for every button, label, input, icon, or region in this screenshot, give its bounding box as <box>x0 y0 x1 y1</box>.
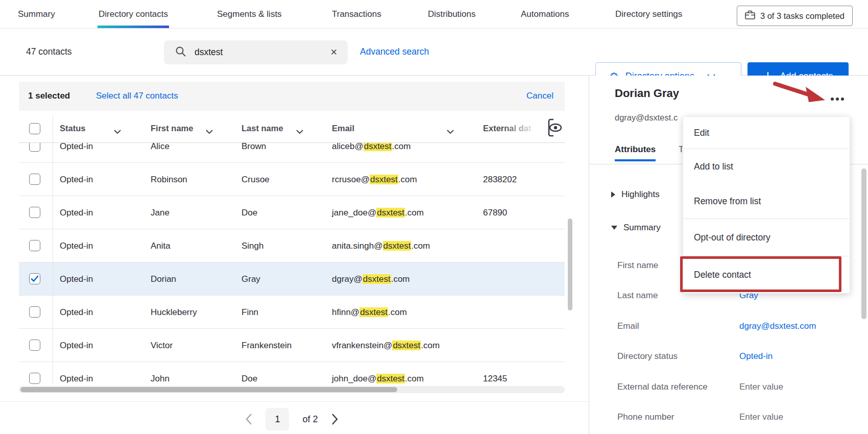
cell-email: dgray@dsxtest.com <box>332 262 410 296</box>
cell-first-name: Anita <box>151 229 171 262</box>
page-number-input[interactable]: 1 <box>266 408 289 430</box>
checkbox-column-divider <box>53 115 53 384</box>
column-header-email: Email <box>332 124 354 133</box>
advanced-search-link[interactable]: Advanced search <box>360 46 429 57</box>
row-checkbox[interactable] <box>29 340 40 351</box>
attribute-row: External data referenceEnter value <box>589 372 868 402</box>
table-vertical-scrollbar[interactable] <box>568 219 572 310</box>
table-row[interactable]: Opted-inAnitaSinghanita.singh@dsxtest.co… <box>19 229 565 262</box>
chevron-down-icon[interactable] <box>447 127 454 136</box>
contact-context-menu: EditAdd to listRemove from listOpt-out o… <box>683 116 850 294</box>
nav-tab-directory-settings[interactable]: Directory settings <box>615 0 682 28</box>
table-row[interactable]: Opted-inRobinsonCrusoercrusoe@dsxtest.co… <box>19 163 565 196</box>
top-nav: SummaryDirectory contactsSegments & list… <box>0 0 868 29</box>
previous-page-icon[interactable] <box>246 414 252 425</box>
nav-tab-label: Directory settings <box>615 9 682 19</box>
attribute-row: Emaildgray@dsxtest.com <box>589 311 868 342</box>
row-checkbox[interactable] <box>29 207 40 218</box>
chevron-down-icon[interactable] <box>206 127 213 136</box>
attribute-label: Email <box>617 321 639 331</box>
table-row[interactable]: Opted-inJohnDoejohn_doe@dsxtest.com12345 <box>19 362 565 384</box>
footer-divider <box>0 401 589 402</box>
attribute-value[interactable]: Enter value <box>739 382 783 392</box>
table-horizontal-scrollbar[interactable] <box>19 386 565 393</box>
cell-email: aliceb@dsxtest.com <box>332 143 411 163</box>
table-row[interactable]: Opted-inHuckleberryFinnhfinn@dsxtest.com <box>19 296 565 329</box>
panel-tab-attributes[interactable]: Attributes <box>615 144 656 155</box>
table-row[interactable]: Opted-inAliceBrownaliceb@dsxtest.com <box>19 143 565 163</box>
nav-tab-label: Segments & lists <box>217 9 282 19</box>
row-checkbox[interactable] <box>29 373 40 384</box>
column-header-external-dat: External dat <box>483 124 531 133</box>
attribute-label: Last name <box>617 291 658 301</box>
chevron-down-icon[interactable] <box>296 127 303 136</box>
attribute-label: First name <box>617 260 658 271</box>
contact-name: Dorian Gray <box>615 87 679 100</box>
cell-email: anita.singh@dsxtest.com <box>332 229 430 262</box>
cell-email: jane_doe@dsxtest.com <box>332 196 424 229</box>
table-header: StatusFirst nameLast nameEmailExternal d… <box>19 115 565 143</box>
attribute-value[interactable]: dgray@dsxtest.com <box>739 321 816 331</box>
scrollbar-thumb[interactable] <box>20 387 397 392</box>
more-options-icon[interactable] <box>825 92 850 106</box>
attribute-value[interactable]: Opted-in <box>739 351 773 361</box>
cell-external-data: 2838202 <box>483 163 517 196</box>
panel-tab-label: Attributes <box>615 144 656 154</box>
cell-external-data: 12345 <box>483 362 507 384</box>
nav-tab-automations[interactable]: Automations <box>521 0 569 28</box>
select-all-link[interactable]: Select all 47 contacts <box>96 91 178 101</box>
cell-status: Opted-in <box>60 362 93 384</box>
search-value: dsxtest <box>195 47 330 58</box>
nav-tab-distributions[interactable]: Distributions <box>428 0 476 28</box>
nav-tab-label: Transactions <box>332 9 381 19</box>
nav-tab-segments-lists[interactable]: Segments & lists <box>217 0 282 28</box>
menu-item-opt-out-of-directory[interactable]: Opt-out of directory <box>683 219 850 256</box>
cell-email: john_doe@dsxtest.com <box>332 362 424 384</box>
menu-item-remove-from-list[interactable]: Remove from list <box>683 184 850 219</box>
row-checkbox[interactable] <box>29 306 40 318</box>
menu-item-edit[interactable]: Edit <box>683 117 850 149</box>
active-tab-underline <box>98 26 169 28</box>
section-label: Highlights <box>621 189 660 200</box>
table-row[interactable]: Opted-inDorianGraydgray@dsxtest.com <box>19 262 565 296</box>
nav-tab-label: Summary <box>18 9 55 19</box>
menu-item-add-to-list[interactable]: Add to list <box>683 149 850 184</box>
menu-item-delete-contact[interactable]: Delete contact <box>683 256 850 293</box>
table-row[interactable]: Opted-inJaneDoejane_doe@dsxtest.com67890 <box>19 196 565 229</box>
nav-tab-summary[interactable]: Summary <box>18 0 55 28</box>
cell-status: Opted-in <box>60 196 93 229</box>
row-checkbox[interactable] <box>29 174 40 185</box>
attribute-value[interactable]: Enter value <box>739 412 783 422</box>
cell-email: rcrusoe@dsxtest.com <box>332 163 417 196</box>
select-all-checkbox[interactable] <box>29 123 40 134</box>
selected-count: 1 selected <box>28 91 70 101</box>
nav-tab-transactions[interactable]: Transactions <box>332 0 381 28</box>
cancel-link[interactable]: Cancel <box>526 91 553 101</box>
briefcase-icon <box>745 10 755 21</box>
panel-vertical-scrollbar[interactable] <box>861 168 866 319</box>
search-highlight: dsxtest <box>363 274 391 284</box>
chevron-down-icon[interactable] <box>114 127 121 136</box>
attribute-row: Directory statusOpted-in <box>589 342 868 372</box>
row-checkbox[interactable] <box>29 240 40 251</box>
cell-external-data: 67890 <box>483 196 507 229</box>
row-checkbox-checked[interactable] <box>29 273 40 284</box>
active-tab-underline <box>615 159 656 161</box>
cell-first-name: Huckleberry <box>151 296 197 329</box>
row-checkbox[interactable] <box>29 143 40 152</box>
column-visibility-eye-icon[interactable] <box>544 117 565 139</box>
close-icon[interactable]: ✕ <box>330 47 337 58</box>
next-page-icon[interactable] <box>331 414 338 425</box>
attribute-label: Directory status <box>617 351 678 361</box>
section-toggle-highlights[interactable]: Highlights <box>611 189 660 200</box>
section-toggle-summary[interactable]: Summary <box>611 223 661 233</box>
nav-tab-label: Distributions <box>428 9 476 19</box>
attribute-label: Phone number <box>617 412 674 422</box>
triangle-down-icon <box>611 226 617 230</box>
table-row[interactable]: Opted-inVictorFrankensteinvfrankenstein@… <box>19 329 565 362</box>
contacts-table: Opted-inAliceBrownaliceb@dsxtest.comOpte… <box>19 143 565 384</box>
nav-tab-directory-contacts[interactable]: Directory contacts <box>99 0 168 28</box>
tasks-completed-button[interactable]: 3 of 3 tasks completed <box>737 6 853 26</box>
search-input[interactable]: dsxtest ✕ <box>164 40 348 64</box>
contacts-count: 47 contacts <box>26 46 72 57</box>
